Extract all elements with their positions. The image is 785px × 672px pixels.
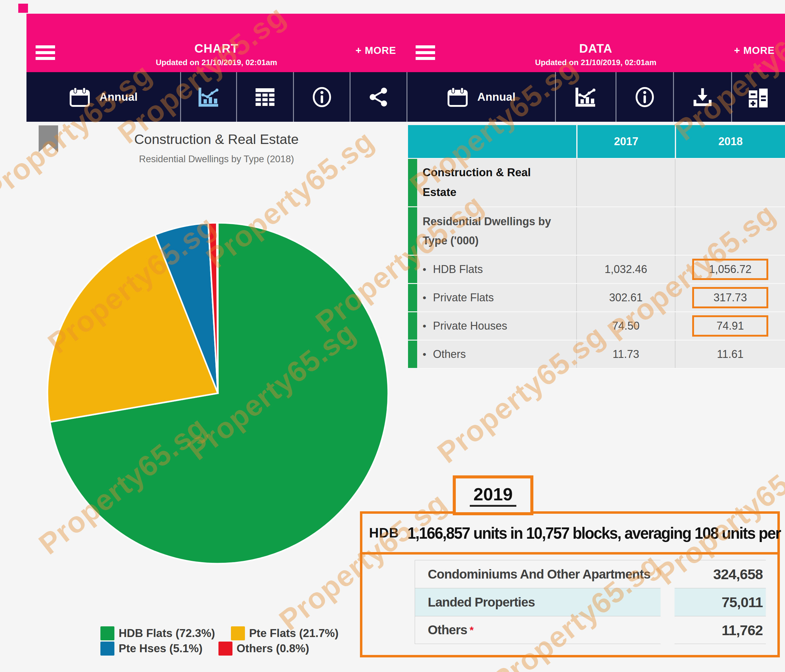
info-icon <box>634 87 655 107</box>
value-2017: 302.61 <box>576 284 675 311</box>
pie-chart <box>44 220 391 567</box>
legend-item-pte-flats[interactable]: Pte Flats (21.7%) <box>231 627 339 640</box>
hdb-summary-band: HDB 1,166,857 units in 10,757 blocks, av… <box>362 514 777 555</box>
hdb-units-text: 1,166,857 units in 10,757 blocks, averag… <box>407 524 785 542</box>
subsection-label: Residential Dwellings by Type ('000) <box>408 207 576 255</box>
updated-timestamp: Updated on 21/10/2019, 02:01am <box>407 58 785 67</box>
breakdown-value: 324,658 <box>674 560 766 588</box>
chart-subtitle: Residential Dwellings by Type (2018) <box>27 154 407 164</box>
value-2017: 11.73 <box>576 341 675 368</box>
legend-item-pte-hses[interactable]: Pte Hses (5.1%) <box>100 642 203 656</box>
legend-label: Pte Hses (5.1%) <box>119 642 203 655</box>
row-label: HDB Flats <box>408 256 576 283</box>
hdb-label: HDB <box>369 525 399 540</box>
app-header: CHART Updated on 21/10/2019, 02:01am + M… <box>27 14 785 72</box>
chart-legend: HDB Flats (72.3%) Pte Flats (21.7%) Pte … <box>100 627 368 656</box>
info-icon <box>311 87 332 107</box>
breakdown-value: 11,762 <box>674 616 766 644</box>
legend-item-others[interactable]: Others (0.8%) <box>219 642 310 656</box>
legend-swatch <box>219 642 233 656</box>
breakdown-row: Landed Properties 75,011 <box>415 588 766 616</box>
highlight-box: 1,056.72 <box>692 259 768 280</box>
table-icon <box>255 88 275 107</box>
table-header-2017: 2017 <box>576 125 675 158</box>
calculator-button[interactable] <box>731 72 785 122</box>
legend-label: Pte Flats (21.7%) <box>249 627 339 640</box>
legend-label: Others (0.8%) <box>237 642 310 655</box>
dwelling-breakdown-table: Condominiums And Other Apartments 324,65… <box>415 560 766 644</box>
breakdown-row: Others* 11,762 <box>415 616 766 644</box>
legend-swatch <box>100 627 114 640</box>
more-button[interactable]: + MORE <box>356 45 396 56</box>
row-label: Private Houses <box>408 312 576 340</box>
chart-panel-header: CHART Updated on 21/10/2019, 02:01am + M… <box>27 14 407 72</box>
table-row: Others 11.73 11.61 <box>408 341 785 369</box>
download-button[interactable] <box>673 72 731 122</box>
table-section-row: Construction & Real Estate <box>408 159 785 207</box>
panel-title: DATA <box>407 42 785 55</box>
legend-label: HDB Flats (72.3%) <box>119 627 215 640</box>
data-table: 2017 2018 Construction & Real Estate Res… <box>408 125 785 369</box>
table-header-2018: 2018 <box>675 125 785 158</box>
app-window: Property65.sg Property65.sg Property65.s… <box>0 0 785 672</box>
period-selector-annual[interactable]: Annual <box>27 72 180 122</box>
table-row: HDB Flats 1,032.46 1,056.72 <box>408 256 785 284</box>
info-button[interactable] <box>293 72 350 122</box>
calculator-icon <box>748 86 769 109</box>
row-label: Private Flats <box>408 284 576 311</box>
updated-timestamp: Updated on 21/10/2019, 02:01am <box>27 58 407 67</box>
table-header-blank <box>408 125 576 158</box>
chart-view-button[interactable] <box>555 72 616 122</box>
breakdown-label: Condominiums And Other Apartments <box>428 567 651 582</box>
corner-artifact <box>18 4 28 13</box>
table-header-row: 2017 2018 <box>408 125 785 158</box>
value-2018: 1,056.72 <box>675 256 785 283</box>
download-icon <box>693 87 713 107</box>
toolbar: Annual <box>27 72 785 122</box>
legend-swatch <box>100 642 114 656</box>
share-icon <box>369 87 389 107</box>
year-2019-box: 2019 <box>453 475 533 515</box>
table-subsection-row: Residential Dwellings by Type ('000) <box>408 207 785 256</box>
table-view-button[interactable] <box>236 72 293 122</box>
annotation-2019-container: HDB 1,166,857 units in 10,757 blocks, av… <box>360 511 780 657</box>
section-label: Construction & Real Estate <box>408 159 576 206</box>
breakdown-label: Others <box>428 623 467 637</box>
breakdown-label: Landed Properties <box>428 595 535 609</box>
table-body: Construction & Real Estate Residential D… <box>408 159 785 369</box>
value-2018: 11.61 <box>675 341 785 368</box>
period-selector-annual[interactable]: Annual <box>407 72 555 122</box>
legend-item-hdb-flats[interactable]: HDB Flats (72.3%) <box>100 627 215 640</box>
breakdown-value: 75,011 <box>674 588 766 616</box>
value-2017: 1,032.46 <box>576 256 675 283</box>
bar-chart-icon <box>197 86 220 108</box>
period-label: Annual <box>100 91 138 103</box>
legend-swatch <box>231 627 245 640</box>
value-2018: 74.91 <box>675 312 785 340</box>
row-label: Others <box>408 341 576 368</box>
calendar-icon <box>69 87 91 107</box>
calendar-icon <box>447 87 468 107</box>
table-row: Private Flats 302.61 317.73 <box>408 284 785 312</box>
value-2017: 74.50 <box>576 312 675 340</box>
breakdown-row: Condominiums And Other Apartments 324,65… <box>415 560 766 588</box>
year-label: 2019 <box>470 484 516 507</box>
more-button[interactable]: + MORE <box>734 45 775 56</box>
share-button[interactable] <box>350 72 407 122</box>
table-row: Private Houses 74.50 74.91 <box>408 312 785 341</box>
data-panel-header: DATA Updated on 21/10/2019, 02:01am + MO… <box>407 14 785 72</box>
highlight-box: 317.73 <box>692 287 768 308</box>
panel-title: CHART <box>27 42 407 55</box>
chart-title: Construction & Real Estate <box>27 132 407 147</box>
info-button[interactable] <box>616 72 673 122</box>
bar-chart-icon <box>574 86 597 108</box>
highlight-box: 74.91 <box>692 315 768 337</box>
value-2018: 317.73 <box>675 284 785 311</box>
period-label: Annual <box>477 91 515 103</box>
chart-view-button[interactable] <box>180 72 236 122</box>
